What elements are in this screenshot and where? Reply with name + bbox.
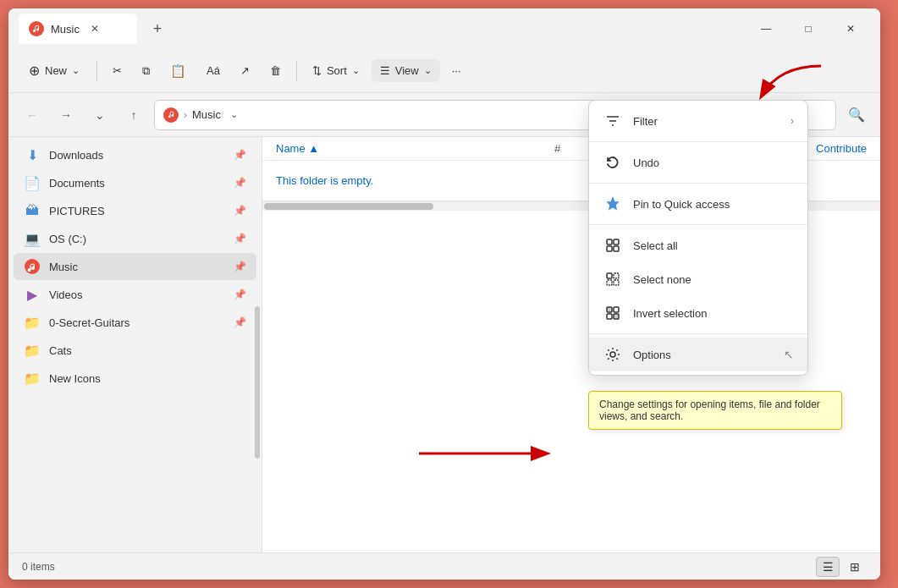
items-count: 0 items [22,561,55,573]
sidebar-pin-music: 📌 [234,261,246,272]
music-tab-icon [29,21,44,36]
menu-item-undo[interactable]: Undo [589,146,807,179]
delete-button[interactable]: 🗑 [262,59,289,82]
menu-item-undo-label: Undo [633,157,794,169]
svg-rect-4 [614,246,619,251]
sidebar: ⬇ Downloads 📌 📄 Documents 📌 🏔 PICTURES 📌… [8,137,262,552]
more-button[interactable]: ··· [443,59,470,82]
svg-rect-1 [607,239,612,245]
sort-icon: ⇅ [312,64,322,77]
sidebar-item-documents-label: Documents [49,177,225,190]
svg-rect-6 [614,273,619,278]
breadcrumb-bar[interactable]: › Music ⌄ [154,100,626,130]
menu-sep-3 [589,224,807,225]
cut-button[interactable]: ✂ [104,59,130,82]
share-button[interactable]: ↗ [232,59,258,82]
svg-rect-2 [614,239,619,245]
menu-item-pin-label: Pin to Quick access [633,198,794,211]
copy-icon: ⧉ [142,64,150,78]
paste-button[interactable]: 📋 [162,58,195,84]
sidebar-pin-videos: 📌 [234,289,246,300]
menu-item-options[interactable]: Options ↖ [589,338,807,371]
select-none-icon [603,269,623,289]
breadcrumb-expand-button[interactable]: ⌄ [226,107,243,124]
tooltip: Change settings for opening items, file … [588,391,842,430]
view-chevron-icon: ⌄ [424,65,432,76]
sidebar-item-cats[interactable]: 📁 Cats [14,337,256,364]
pin-icon [603,194,623,214]
menu-sep-4 [589,333,807,334]
menu-sep-2 [589,183,807,184]
breadcrumb-music-icon [163,107,179,123]
videos-icon: ▶ [24,286,41,303]
new-tab-button[interactable]: + [144,15,171,42]
sidebar-item-os-c[interactable]: 💻 OS (C:) 📌 [14,225,256,252]
copy-button[interactable]: ⧉ [134,59,158,83]
view-icon: ☰ [380,64,390,77]
column-name[interactable]: Name ▲ [276,142,554,155]
column-num[interactable]: # [554,142,588,155]
sidebar-item-documents[interactable]: 📄 Documents 📌 [14,169,256,196]
new-icons-icon: 📁 [24,370,41,387]
menu-item-select-all-label: Select all [633,239,794,252]
sidebar-item-pictures[interactable]: 🏔 PICTURES 📌 [14,197,256,224]
sidebar-item-music[interactable]: Music 📌 [14,253,256,280]
svg-point-0 [25,259,40,274]
music-tab[interactable]: Music ✕ [19,14,137,44]
back-button[interactable]: ← [19,102,46,129]
sidebar-scrollbar[interactable] [255,306,260,459]
filter-submenu-arrow: › [791,115,794,127]
maximize-button[interactable]: □ [789,15,828,42]
sidebar-item-music-label: Music [49,261,225,273]
menu-item-select-all[interactable]: Select all [589,228,807,262]
file-explorer-window: Music ✕ + — □ ✕ ⊕ New ⌄ ✂ ⧉ 📋 Aá ↗ [8,8,880,580]
menu-item-pin-quick-access[interactable]: Pin to Quick access [589,187,807,221]
music-sidebar-icon [24,258,41,275]
new-button[interactable]: ⊕ New ⌄ [19,58,90,84]
downloads-icon: ⬇ [24,146,41,163]
sidebar-item-downloads[interactable]: ⬇ Downloads 📌 [14,141,256,168]
rename-button[interactable]: Aá [198,59,229,82]
tab-close-button[interactable]: ✕ [86,20,103,37]
sidebar-item-videos-label: Videos [49,289,225,301]
sort-button[interactable]: ⇅ Sort ⌄ [304,59,368,82]
grid-view-button[interactable]: ⊞ [843,557,867,577]
view-dropdown-menu: Filter › Undo Pin to Quick access Select… [588,100,808,376]
new-button-chevron-icon: ⌄ [72,65,80,76]
column-sort-arrow: ▲ [308,142,319,155]
view-button[interactable]: ☰ View ⌄ [372,59,440,82]
share-icon: ↗ [240,64,250,77]
svg-rect-7 [607,280,612,285]
menu-item-filter-label: Filter [633,115,780,128]
up-button[interactable]: ↑ [120,102,147,129]
view-toggle: ☰ ⊞ [816,557,867,577]
delete-icon: 🗑 [270,64,281,77]
new-button-label: New [45,64,67,77]
minimize-button[interactable]: — [746,15,785,42]
toolbar-sep-1 [96,61,97,81]
search-magnifier-button[interactable]: 🔍 [843,102,870,129]
sort-chevron-icon: ⌄ [352,65,360,76]
sidebar-item-new-icons[interactable]: 📁 New Icons [14,365,256,392]
list-view-button[interactable]: ☰ [816,557,840,577]
sidebar-pin-downloads: 📌 [234,149,246,161]
sidebar-item-0-secret-guitars[interactable]: 📁 0-Secret-Guitars 📌 [14,309,256,336]
sidebar-item-os-c-label: OS (C:) [49,233,225,245]
svg-rect-11 [607,314,612,319]
sidebar-item-cats-label: Cats [49,344,246,357]
recent-locations-button[interactable]: ⌄ [86,102,113,129]
sidebar-item-videos[interactable]: ▶ Videos 📌 [14,281,256,308]
forward-button[interactable]: → [52,102,80,129]
menu-item-filter[interactable]: Filter › [589,104,807,138]
pictures-icon: 🏔 [24,202,41,219]
menu-item-invert-selection[interactable]: Invert selection [589,296,807,330]
toolbar: ⊕ New ⌄ ✂ ⧉ 📋 Aá ↗ 🗑 ⇅ Sort ⌄ ☰ [8,49,880,93]
select-all-icon [603,235,623,256]
svg-rect-9 [607,307,612,312]
scrollbar-thumb[interactable] [264,203,433,210]
filter-icon [603,111,623,131]
menu-item-select-none[interactable]: Select none [589,262,807,296]
view-button-label: View [395,64,419,77]
svg-rect-8 [614,280,619,285]
close-button[interactable]: ✕ [831,15,870,42]
